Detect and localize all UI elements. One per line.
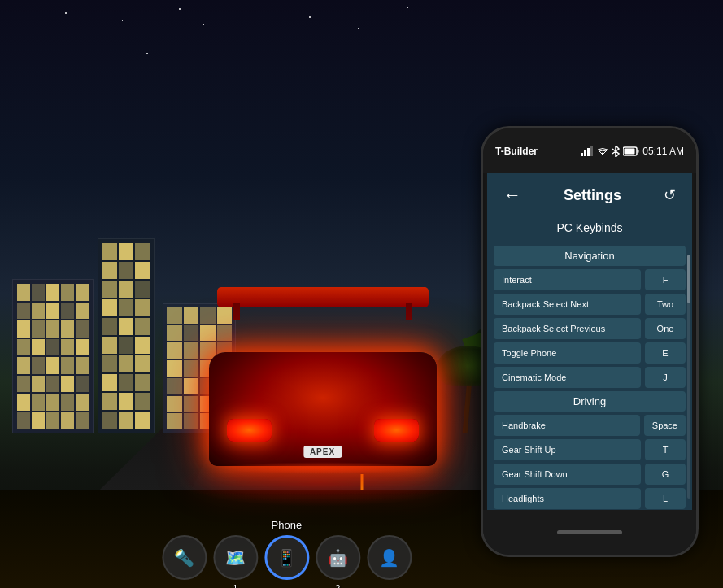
- hotbar-item-phone[interactable]: 📱: [264, 535, 309, 580]
- keybind-row-interact: Interact F: [494, 269, 686, 290]
- action-gear-down[interactable]: Gear Shift Down: [494, 464, 641, 485]
- car-body: APEX: [209, 352, 437, 466]
- action-backpack-prev[interactable]: Backpack Select Previous: [494, 318, 641, 339]
- key-backpack-next[interactable]: Two: [645, 294, 686, 315]
- action-cinematic[interactable]: Cinematic Mode: [494, 367, 641, 388]
- map-icon: 🗺️: [225, 548, 246, 568]
- svg-rect-5: [638, 150, 639, 153]
- keybind-row-backpack-next: Backpack Select Next Two: [494, 294, 686, 315]
- hotbar-phone-label: Phone: [272, 519, 303, 531]
- svg-rect-1: [584, 150, 586, 156]
- keybind-row-headlights: Headlights L: [494, 488, 686, 509]
- key-gear-down[interactable]: G: [645, 464, 686, 485]
- key-interact[interactable]: F: [645, 269, 686, 290]
- action-handbrake[interactable]: Handbrake: [494, 415, 640, 436]
- hotbar: Phone 🔦 🗺️ 1 📱 🤖 2 👤: [162, 519, 412, 580]
- key-toggle-phone[interactable]: E: [645, 342, 686, 364]
- keybind-row-cinematic: Cinematic Mode J: [494, 367, 686, 388]
- spoiler-pole-left: [233, 303, 240, 320]
- keybind-row-backpack-prev: Backpack Select Previous One: [494, 318, 686, 339]
- action-toggle-phone[interactable]: Toggle Phone: [494, 342, 641, 364]
- palm-tree-2: [466, 352, 471, 433]
- svg-rect-2: [587, 148, 590, 156]
- phone-screen: ← Settings ↺ PC Keybinds Navigation Inte…: [487, 173, 692, 510]
- svg-rect-3: [590, 146, 593, 156]
- keybind-row-gear-down: Gear Shift Down G: [494, 464, 686, 485]
- hotbar-item-1[interactable]: 🔦: [162, 535, 207, 580]
- settings-subtitle: PC Keybinds: [487, 217, 692, 238]
- action-gear-up[interactable]: Gear Shift Up: [494, 439, 641, 460]
- key-headlights[interactable]: L: [645, 488, 686, 509]
- spoiler-pole-right: [406, 303, 412, 320]
- signal-icon: [581, 146, 594, 156]
- section-navigation: Navigation: [494, 246, 686, 266]
- keybind-row-handbrake: Handbrake Space: [494, 415, 686, 436]
- home-indicator[interactable]: [557, 530, 622, 534]
- wifi-icon: [597, 146, 608, 156]
- robot-icon: 🤖: [328, 548, 348, 568]
- app-name: T-Builder: [495, 146, 538, 157]
- action-interact[interactable]: Interact: [494, 269, 641, 290]
- status-time: 05:11 AM: [642, 146, 684, 157]
- key-backpack-prev[interactable]: One: [645, 318, 686, 339]
- taillight-left: [227, 419, 272, 442]
- keybind-list[interactable]: Navigation Interact F Backpack Select Ne…: [487, 242, 692, 510]
- phone-icon: 📱: [277, 548, 297, 568]
- hotbar-item-4[interactable]: 🤖 2: [316, 535, 360, 580]
- phone-status-bar: T-Builder: [483, 128, 696, 173]
- battery-icon: [623, 146, 639, 156]
- person-icon: 👤: [379, 548, 399, 568]
- hotbar-item-2[interactable]: 🗺️ 1: [213, 535, 258, 580]
- car-underglow: [217, 462, 429, 474]
- settings-header: ← Settings ↺: [487, 173, 692, 217]
- car: APEX: [193, 303, 453, 482]
- svg-rect-0: [581, 153, 583, 156]
- game-background: OPEN APEX Phone: [0, 0, 723, 588]
- keybind-row-toggle-phone: Toggle Phone E: [494, 342, 686, 364]
- phone-mockup: T-Builder: [481, 126, 699, 557]
- keybind-row-gear-up: Gear Shift Up T: [494, 439, 686, 460]
- license-plate: APEX: [303, 446, 342, 458]
- flashlight-icon: 🔦: [174, 548, 194, 568]
- hotbar-item-2-num: 1: [233, 583, 237, 588]
- action-headlights[interactable]: Headlights: [494, 488, 641, 509]
- settings-title: Settings: [564, 187, 621, 204]
- key-cinematic[interactable]: J: [645, 367, 686, 388]
- phone-bottom-bar: [483, 510, 696, 555]
- key-handbrake[interactable]: Space: [644, 415, 686, 436]
- refresh-button[interactable]: ↺: [657, 183, 682, 207]
- scroll-track: [687, 255, 690, 499]
- car-spoiler: [217, 287, 429, 307]
- hotbar-item-4-num: 2: [335, 583, 340, 588]
- key-gear-up[interactable]: T: [645, 439, 686, 460]
- taillight-right: [374, 419, 419, 442]
- section-driving: Driving: [494, 391, 686, 412]
- bluetooth-icon: [612, 146, 620, 157]
- status-icons: 05:11 AM: [581, 146, 684, 157]
- scroll-thumb: [687, 255, 690, 303]
- hotbar-items: 🔦 🗺️ 1 📱 🤖 2 👤: [162, 535, 412, 580]
- back-button[interactable]: ←: [497, 181, 528, 209]
- hotbar-item-5[interactable]: 👤: [367, 535, 412, 580]
- svg-rect-6: [625, 148, 635, 154]
- action-backpack-next[interactable]: Backpack Select Next: [494, 294, 641, 315]
